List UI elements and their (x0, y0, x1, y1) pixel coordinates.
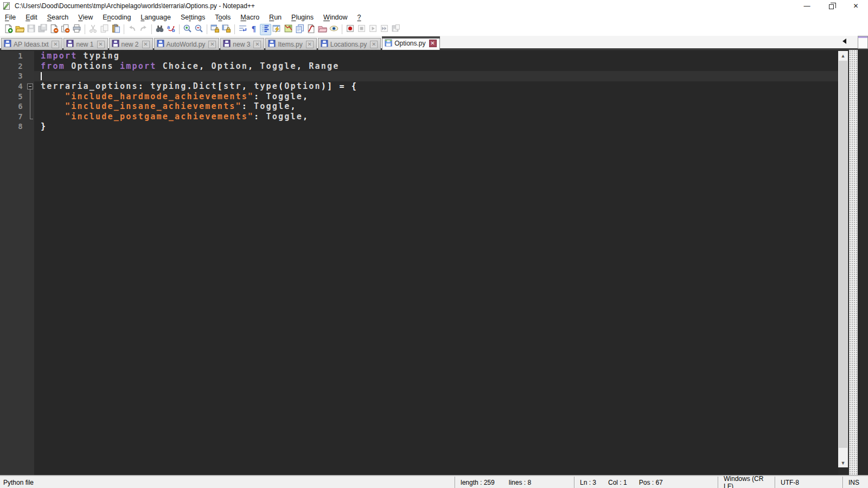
code-text-area[interactable]: import typingfrom Options import Choice,… (34, 51, 838, 475)
save-file-button[interactable] (25, 24, 37, 35)
tab-close-icon[interactable]: ✕ (142, 41, 150, 48)
tab-close-icon[interactable]: ✕ (306, 41, 314, 48)
tab-close-icon[interactable]: ✕ (97, 41, 105, 48)
zoom-out-button[interactable] (193, 24, 205, 35)
menu-item-tools[interactable]: Tools (210, 12, 235, 22)
close-button[interactable]: ✕ (844, 0, 868, 12)
operator-token: . (187, 81, 193, 91)
tab-close-icon[interactable]: ✕ (429, 40, 437, 47)
show-all-characters-button[interactable]: ¶ (248, 24, 260, 35)
code-token: Options (65, 61, 120, 71)
tab-new-1[interactable]: new 1✕ (63, 38, 107, 50)
sync-vertical-button[interactable] (209, 24, 221, 35)
close-all-button[interactable] (60, 24, 71, 35)
find-icon (155, 24, 164, 35)
sync-horizontal-button[interactable] (221, 24, 232, 35)
menu-item-run[interactable]: Run (264, 12, 286, 22)
tab-bar: AP Ideas.txt✕new 1✕new 2✕AutoWorld.py✕ne… (0, 36, 868, 50)
copy-button[interactable] (99, 24, 110, 35)
tab-label: AutoWorld.py (167, 41, 206, 48)
show-indent-guide-button[interactable] (260, 24, 271, 35)
paste-icon (111, 24, 120, 35)
code-token: Toggle (248, 101, 291, 111)
view-splitter[interactable] (849, 50, 858, 475)
menu-item-file[interactable]: File (0, 12, 21, 22)
macro-save-button[interactable] (390, 24, 401, 35)
restore-button[interactable] (819, 0, 844, 12)
find-button[interactable] (154, 24, 165, 35)
tab-close-icon[interactable]: ✕ (52, 41, 59, 48)
tab-close-icon[interactable]: ✕ (208, 41, 216, 48)
tab-label: Locations.py (330, 41, 367, 48)
code-line-7: "include_postgame_achievements": Toggle, (34, 112, 838, 122)
undo-button[interactable] (126, 24, 138, 35)
tab-autoworld.py[interactable]: AutoWorld.py✕ (154, 38, 220, 50)
replace-icon: ab (167, 24, 176, 35)
macro-stop-button[interactable] (356, 24, 367, 35)
menu-item-encoding[interactable]: Encoding (98, 12, 136, 22)
operator-token: ] (327, 81, 333, 91)
close-file-button[interactable] (48, 24, 60, 35)
tab-options.py[interactable]: Options.py✕ (382, 36, 439, 50)
new-file-button[interactable] (3, 24, 14, 35)
eol-label: Windows (CR LF) (724, 475, 775, 488)
close-file-icon (49, 24, 59, 35)
menu-item-macro[interactable]: Macro (235, 12, 264, 22)
code-token: type (248, 81, 278, 91)
udl-dialog-button[interactable] (271, 24, 283, 35)
tab-close-icon[interactable]: ✕ (370, 41, 378, 48)
fold-collapse-icon[interactable] (27, 84, 33, 89)
macro-run-multiple-button[interactable] (379, 24, 390, 35)
folder-as-workspace-button[interactable] (317, 24, 328, 35)
ins-label: INS (848, 479, 859, 486)
save-all-button[interactable] (37, 24, 48, 35)
menu-item-settings[interactable]: Settings (176, 12, 210, 22)
tab-ap-ideas.txt[interactable]: AP Ideas.txt✕ (1, 38, 62, 50)
fold-guide-foot (30, 119, 33, 119)
code-token: Range (303, 61, 339, 71)
open-file-button[interactable] (14, 24, 25, 35)
code-token: Option (205, 61, 248, 71)
menu-item-window[interactable]: Window (318, 12, 352, 22)
menu-item-edit[interactable]: Edit (21, 12, 42, 22)
tab-close-icon[interactable]: ✕ (253, 41, 261, 48)
operator-token: : (138, 81, 144, 91)
operator-token: , (248, 61, 254, 71)
menu-item-plugins[interactable]: Plugins (286, 12, 318, 22)
code-editor[interactable]: 12345678 import typingfrom Options impor… (0, 51, 838, 475)
redo-button[interactable] (138, 24, 149, 35)
function-list-button[interactable] (305, 24, 317, 35)
minimize-button[interactable]: — (795, 0, 819, 12)
cut-button[interactable] (87, 24, 99, 35)
scrollbar-up-icon[interactable]: ▲ (838, 51, 848, 60)
replace-button[interactable]: ab (165, 24, 177, 35)
zoom-in-button[interactable] (182, 24, 193, 35)
file-saved-icon (268, 40, 276, 49)
menu-item-search[interactable]: Search (42, 12, 74, 22)
document-map-button[interactable] (283, 24, 294, 35)
line-number: 3 (0, 71, 27, 81)
scrollbar-thumb[interactable] (839, 61, 847, 448)
menu-item-[interactable]: ? (353, 12, 366, 22)
vertical-scrollbar[interactable]: ▲ ▼ (838, 51, 848, 467)
print-button[interactable] (71, 24, 82, 35)
scrollbar-down-icon[interactable]: ▼ (838, 458, 848, 467)
menu-item-language[interactable]: Language (136, 12, 176, 22)
svg-text:¶: ¶ (252, 24, 256, 33)
operator-token: ) (321, 81, 327, 91)
word-wrap-button[interactable] (237, 24, 248, 35)
tab-locations.py[interactable]: Locations.py✕ (318, 38, 381, 50)
tab-new-2[interactable]: new 2✕ (109, 38, 153, 50)
tab-items.py[interactable]: Items.py✕ (265, 38, 316, 50)
macro-play-button[interactable] (367, 24, 379, 35)
status-doc-type: Python file (0, 477, 455, 488)
monitoring-button[interactable] (328, 24, 340, 35)
paste-button[interactable] (110, 24, 122, 35)
document-list-button[interactable] (294, 24, 305, 35)
string-token: "include_insane_achievements" (65, 101, 242, 111)
macro-record-button[interactable] (344, 24, 356, 35)
menu-item-view[interactable]: View (73, 12, 98, 22)
tab-new-3[interactable]: new 3✕ (220, 38, 264, 50)
tab-scroll-left-icon[interactable] (843, 38, 846, 44)
folder-as-workspace-icon (318, 24, 327, 35)
